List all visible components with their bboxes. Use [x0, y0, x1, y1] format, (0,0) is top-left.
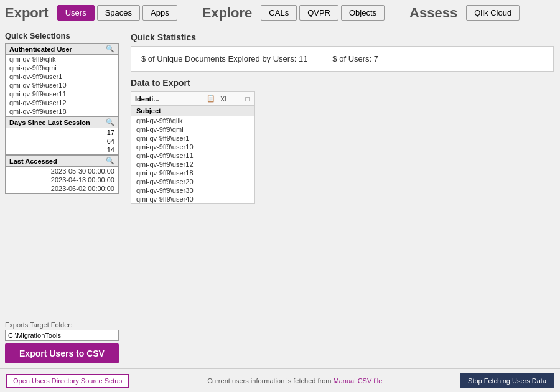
- table-rows: qmi-qv-9ff9\qlik qmi-qv-9ff9\qmi qmi-qv-…: [131, 116, 254, 203]
- list-item[interactable]: qmi-qv-9ff9\user1: [6, 72, 118, 81]
- nav-qvpr-button[interactable]: QVPR: [299, 5, 338, 21]
- export-folder-section: Exports Target Folder: Export Users to C…: [5, 319, 119, 363]
- data-export-section: Data to Export Identi... 📋 XL — □ Subjec…: [131, 78, 554, 205]
- list-item[interactable]: 2023-06-02 00:00:00: [6, 184, 118, 193]
- explore-title: Explore: [202, 5, 253, 21]
- list-item[interactable]: 2023-05-30 00:00:00: [6, 167, 118, 175]
- days-since-listbox: Days Since Last Session 🔍 17 64 14: [5, 116, 119, 155]
- authenticated-user-header: Authenticated User 🔍: [6, 44, 118, 55]
- last-accessed-search-icon[interactable]: 🔍: [106, 157, 114, 165]
- nav-qlikcloud-button[interactable]: Qlik Cloud: [466, 5, 520, 21]
- days-value[interactable]: 14: [107, 146, 114, 154]
- authenticated-user-label: Authenticated User: [9, 45, 72, 53]
- stop-fetching-button[interactable]: Stop Fetching Users Data: [460, 373, 554, 388]
- nav-users-button[interactable]: Users: [57, 5, 95, 21]
- nav-apps-button[interactable]: Apps: [142, 5, 177, 21]
- export-nav: Users Spaces Apps: [57, 5, 177, 21]
- list-item[interactable]: qmi-qv-9ff9\user10: [6, 81, 118, 90]
- nav-cals-button[interactable]: CALs: [261, 5, 297, 21]
- quick-stats-section: Quick Statistics $ of Unique Documents E…: [131, 32, 554, 72]
- stat-unique-docs: $ of Unique Documents Explored by Users:…: [141, 54, 307, 63]
- list-item[interactable]: 2023-04-13 00:00:00: [6, 175, 118, 184]
- list-item[interactable]: qmi-qv-9ff9\qmi: [6, 63, 118, 72]
- nav-spaces-button[interactable]: Spaces: [97, 5, 140, 21]
- table-title-label: Identi...: [135, 95, 203, 103]
- table-row[interactable]: qmi-qv-9ff9\user40: [131, 195, 254, 203]
- table-xl-icon[interactable]: XL: [219, 95, 230, 103]
- header: Export Users Spaces Apps Explore CALs QV…: [0, 0, 560, 26]
- table-row[interactable]: qmi-qv-9ff9\user12: [131, 160, 254, 169]
- assess-nav: Qlik Cloud: [466, 5, 520, 21]
- last-accessed-label: Last Accessed: [9, 157, 57, 165]
- table-row[interactable]: qmi-qv-9ff9\user30: [131, 186, 254, 195]
- footer: Open Users Directory Source Setup Curren…: [0, 368, 560, 392]
- authenticated-user-list-body: qmi-qv-9ff9\qlik qmi-qv-9ff9\qmi qmi-qv-…: [6, 55, 118, 116]
- table-row[interactable]: qmi-qv-9ff9\qmi: [131, 125, 254, 134]
- table-column-header: Subject: [131, 106, 254, 116]
- footer-status: Current users information is fetched fro…: [207, 377, 382, 385]
- table-row[interactable]: qmi-qv-9ff9\qlik: [131, 116, 254, 125]
- exports-folder-input[interactable]: [5, 330, 119, 341]
- table-row[interactable]: qmi-qv-9ff9\user18: [131, 169, 254, 177]
- last-accessed-header: Last Accessed 🔍: [6, 156, 118, 167]
- last-accessed-listbox: Last Accessed 🔍 2023-05-30 00:00:00 2023…: [5, 155, 119, 194]
- exports-folder-label: Exports Target Folder:: [5, 321, 119, 329]
- main-content: Quick Selections Authenticated User 🔍 qm…: [0, 26, 560, 368]
- table-row[interactable]: qmi-qv-9ff9\user10: [131, 142, 254, 151]
- table-minus-icon[interactable]: —: [232, 95, 241, 103]
- days-row: 17: [6, 128, 118, 137]
- table-copy-icon[interactable]: 📋: [205, 94, 217, 103]
- table-row[interactable]: qmi-qv-9ff9\user1: [131, 134, 254, 142]
- days-value[interactable]: 64: [107, 138, 114, 145]
- list-item[interactable]: qmi-qv-9ff9\qlik: [6, 55, 118, 63]
- data-table: Identi... 📋 XL — □ Subject qmi-qv-9ff9\q…: [131, 91, 255, 204]
- list-item[interactable]: qmi-qv-9ff9\user11: [6, 90, 118, 98]
- authenticated-user-search-icon[interactable]: 🔍: [106, 45, 114, 53]
- days-since-label: Days Since Last Session: [9, 119, 90, 126]
- right-panel: Quick Statistics $ of Unique Documents E…: [124, 26, 560, 368]
- assess-title: Assess: [409, 5, 457, 21]
- table-row[interactable]: qmi-qv-9ff9\user11: [131, 151, 254, 160]
- explore-nav: CALs QVPR Objects: [261, 5, 385, 21]
- table-toolbar: Identi... 📋 XL — □: [131, 92, 254, 106]
- list-item[interactable]: qmi-qv-9ff9\user18: [6, 107, 118, 116]
- days-since-header: Days Since Last Session 🔍: [6, 117, 118, 128]
- authenticated-user-listbox: Authenticated User 🔍 qmi-qv-9ff9\qlik qm…: [5, 43, 119, 116]
- table-window-icon[interactable]: □: [244, 95, 251, 103]
- quick-selections-section: Quick Selections Authenticated User 🔍 qm…: [5, 31, 119, 194]
- stats-box: $ of Unique Documents Explored by Users:…: [131, 46, 554, 72]
- days-since-list-body: 17 64 14: [6, 128, 118, 154]
- days-since-search-icon[interactable]: 🔍: [106, 118, 114, 126]
- table-row[interactable]: qmi-qv-9ff9\user20: [131, 177, 254, 186]
- data-export-title: Data to Export: [131, 78, 554, 88]
- last-accessed-list-body: 2023-05-30 00:00:00 2023-04-13 00:00:00 …: [6, 167, 118, 193]
- left-panel: Quick Selections Authenticated User 🔍 qm…: [0, 26, 124, 368]
- quick-stats-title: Quick Statistics: [131, 32, 554, 42]
- days-row: 14: [6, 146, 118, 154]
- quick-selections-title: Quick Selections: [5, 31, 119, 40]
- export-title: Export: [5, 5, 49, 21]
- days-value[interactable]: 17: [107, 129, 114, 136]
- stat-users: $ of Users: 7: [332, 54, 378, 63]
- list-item[interactable]: qmi-qv-9ff9\user12: [6, 98, 118, 107]
- export-csv-button[interactable]: Export Users to CSV: [5, 343, 119, 363]
- footer-status-link[interactable]: Manual CSV file: [334, 377, 383, 385]
- footer-status-text: Current users information is fetched fro…: [207, 377, 333, 385]
- nav-objects-button[interactable]: Objects: [341, 5, 385, 21]
- open-users-directory-button[interactable]: Open Users Directory Source Setup: [6, 374, 129, 388]
- days-row: 64: [6, 137, 118, 146]
